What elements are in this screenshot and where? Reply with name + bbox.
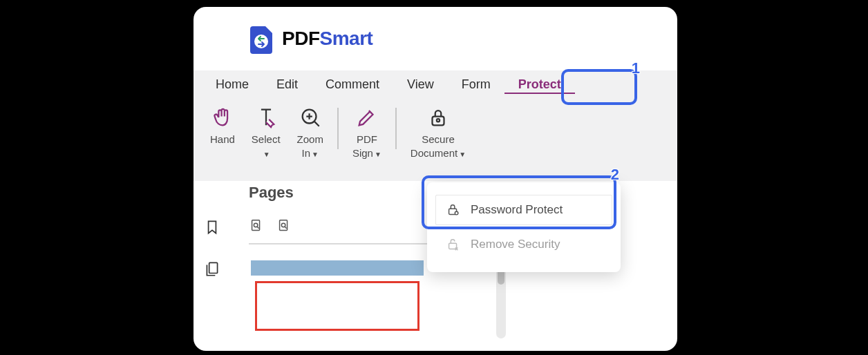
menu-edit[interactable]: Edit [263,70,312,98]
svg-rect-4 [209,262,218,273]
tool-secure-label1: Secure [422,133,455,145]
lock-person-icon [446,202,461,218]
menubar: Home Edit Comment View Form Protect [194,70,677,98]
brand-text: PDFSmart [282,28,372,50]
page-thumbnail[interactable] [249,258,426,344]
thumbnail-selection-box [255,281,419,331]
menu-comment[interactable]: Comment [312,70,393,98]
tool-hand-label: Hand [210,133,235,146]
brand-pdf: PDF [282,28,320,49]
menu-form[interactable]: Form [448,70,504,98]
page-search-icon[interactable] [249,218,264,236]
caret-icon: ▼ [459,151,466,158]
sign-icon [355,105,379,130]
zoom-in-icon [299,105,322,130]
hand-icon [211,105,234,130]
dropdown-remove-security[interactable]: Remove Security [435,229,612,260]
tool-select[interactable]: Select▼ [243,102,289,162]
select-icon [254,105,278,130]
page-search-icon-2[interactable] [276,218,292,236]
dropdown-password-protect-label: Password Protect [471,203,563,217]
svg-point-3 [437,119,440,122]
tool-zoom-label1: Zoom [297,133,323,145]
tool-secure-document[interactable]: SecureDocument▼ [402,102,474,162]
tool-zoom-label2: In [302,147,311,159]
svg-point-10 [455,211,458,215]
thumbnail-header-band [251,260,424,276]
separator [337,108,339,149]
menu-protect[interactable]: Protect [504,70,575,98]
logo: PDFSmart [246,23,372,54]
tool-sign-label2: Sign [352,147,373,159]
dropdown-remove-security-label: Remove Security [471,238,560,251]
tool-hand[interactable]: Hand [202,102,243,146]
menu-home[interactable]: Home [202,70,263,98]
tool-zoom-in[interactable]: ZoomIn▼ [289,102,332,162]
app-window: PDFSmart Home Edit Comment View Form Pro… [194,7,677,351]
tool-secure-label2: Document [411,147,457,159]
tool-sign-label1: PDF [357,133,377,145]
pages-icon[interactable] [203,260,221,280]
tool-select-label: Select [252,133,281,145]
tool-pdf-sign[interactable]: PDFSign▼ [344,102,390,162]
bookmark-icon[interactable] [203,218,221,239]
separator [395,108,397,149]
svg-rect-7 [280,220,287,231]
secure-document-dropdown: Password Protect Remove Security [427,182,621,272]
svg-rect-5 [252,220,260,231]
brand-smart: Smart [320,28,373,49]
caret-icon: ▼ [312,151,319,158]
pdfsmart-logo-icon [246,23,276,54]
dropdown-password-protect[interactable]: Password Protect [435,195,612,225]
lock-remove-icon [446,237,461,252]
caret-icon: ▼ [263,151,270,158]
menu-view[interactable]: View [393,70,448,98]
svg-rect-2 [432,117,444,126]
lock-icon [426,105,450,130]
header: PDFSmart [194,7,677,70]
side-icon-bar [194,177,231,351]
ribbon: Hand Select▼ ZoomIn▼ [194,98,677,181]
caret-icon: ▼ [375,151,381,158]
